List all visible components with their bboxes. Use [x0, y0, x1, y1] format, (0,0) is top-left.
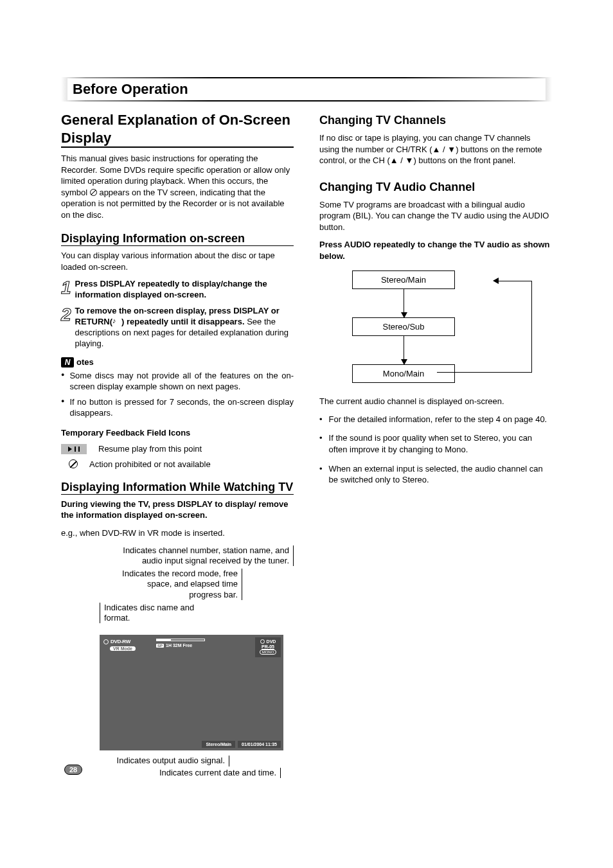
- notes-word: otes: [76, 357, 94, 367]
- subheading-display-info: Displaying Information on-screen: [61, 232, 294, 246]
- section-title: Before Operation: [67, 78, 546, 100]
- resume-play-icon: [61, 444, 87, 454]
- osd-stereo-label: Stereo/Main: [202, 741, 235, 748]
- audio-note-1: For the detailed information, refer to t…: [319, 414, 552, 425]
- changing-audio-heading: Changing TV Audio Channel: [319, 181, 552, 194]
- callout-audio-signal: Indicates output audio signal.: [80, 756, 229, 766]
- b1-text: For the detailed information, refer to t…: [329, 414, 547, 425]
- temp-feedback-heading: Temporary Feedback Field Icons: [61, 428, 294, 438]
- osd-sp-badge: SP: [156, 644, 164, 648]
- audio-note-3: When an external input is selected, the …: [319, 463, 552, 486]
- prohibited-icon: [90, 189, 97, 196]
- step-2: 2 To remove the on-screen display, press…: [61, 306, 294, 350]
- prohibited-icon-row: Action prohibited or not available: [61, 459, 294, 469]
- audio-option-1: Stereo/Main: [352, 270, 455, 289]
- step-1: 1 Press DISPLAY repeatedly to display/ch…: [61, 279, 294, 301]
- osd-pr-number: PR-05: [258, 644, 278, 649]
- prohibited-icon: [69, 459, 78, 468]
- audio-note-2: If the sound is poor quality when set to…: [319, 432, 552, 455]
- osd-tuner-info: DVD PR-05 MONO: [255, 637, 281, 657]
- arrow-down-icon: [404, 289, 404, 317]
- note-item-2: If no button is pressed for 7 seconds, t…: [61, 396, 294, 419]
- osd-record-info: SP 1H 32M Free: [156, 639, 208, 648]
- osd-screen: DVD-RW VR Mode SP 1H 32M Free: [100, 635, 283, 750]
- osd-figure: Indicates channel number, station name, …: [61, 545, 294, 778]
- osd-free-time: 1H 32M Free: [166, 643, 192, 648]
- major-heading: General Explanation of On-Screen Display: [61, 111, 294, 148]
- tv-example-label: e.g., when DVD-RW in VR mode is inserted…: [61, 527, 294, 539]
- step2-bold-b: ) repeatedly until it disappears.: [121, 317, 244, 326]
- changing-channels-body: If no disc or tape is playing, you can c…: [319, 132, 552, 166]
- page-number-badge: 28: [64, 765, 82, 775]
- osd-disc-info: DVD-RW VR Mode: [103, 639, 148, 651]
- osd-bottom-row: Stereo/Main 01/01/2004 11:35: [102, 741, 281, 748]
- osd-vr-mode: VR Mode: [110, 646, 136, 651]
- notes-icon: N: [61, 357, 74, 368]
- callout-disc-name: Indicates disc name and format.: [100, 603, 197, 624]
- audio-option-3: Mono/Main: [352, 364, 455, 383]
- step-2-text: To remove the on-screen display, press D…: [75, 306, 294, 350]
- audio-instruction: Press AUDIO repeatedly to change the TV …: [319, 239, 552, 261]
- callout-datetime: Indicates current date and time.: [116, 768, 281, 778]
- right-column: Changing TV Channels If no disc or tape …: [319, 111, 552, 778]
- note2-text: If no button is pressed for 7 seconds, t…: [69, 396, 294, 419]
- return-icon: [112, 318, 121, 324]
- subheading-tv-info: Displaying Information While Watching TV: [61, 481, 294, 495]
- notes-list: Some discs may not provide all of the fe…: [61, 370, 294, 419]
- b3-text: When an external input is selected, the …: [329, 463, 552, 486]
- resume-label: Resume play from this point: [98, 444, 202, 454]
- section-header: Before Operation: [61, 77, 552, 102]
- callout-tuner: Indicates channel number, station name, …: [103, 545, 294, 567]
- audio-option-2: Stereo/Sub: [352, 317, 455, 336]
- tv-display-bold: During viewing the TV, press DISPLAY to …: [61, 499, 294, 521]
- arrow-down-icon: [404, 336, 404, 364]
- b2-text: If the sound is poor quality when set to…: [329, 432, 552, 455]
- osd-mono-badge: MONO: [260, 650, 277, 655]
- notes-badge: N otes: [61, 357, 94, 368]
- step-number-1: 1: [61, 279, 71, 301]
- osd-datetime: 01/01/2004 11:35: [238, 741, 281, 748]
- changing-audio-body: Some TV programs are broadcast with a bi…: [319, 199, 552, 233]
- display-intro: You can display various information abou…: [61, 250, 294, 272]
- dvd-icon: [260, 639, 265, 644]
- osd-disc-type: DVD-RW: [111, 639, 130, 644]
- note1-text: Some discs may not provide all of the fe…: [69, 370, 294, 393]
- audio-displayed-note: The current audio channel is displayed o…: [319, 396, 552, 407]
- disc-icon: [103, 639, 109, 644]
- osd-dvd-label: DVD: [267, 639, 276, 644]
- intro-paragraph: This manual gives basic instructions for…: [61, 153, 294, 220]
- step-1-text: Press DISPLAY repeatedly to display/chan…: [75, 279, 294, 301]
- resume-icon-row: Resume play from this point: [61, 444, 294, 454]
- changing-channels-heading: Changing TV Channels: [319, 114, 552, 127]
- note-item-1: Some discs may not provide all of the fe…: [61, 370, 294, 393]
- osd-progress-bar: [156, 639, 205, 641]
- audio-cycle-diagram: Stereo/Main Stereo/Sub Mono/Main: [339, 270, 532, 383]
- left-column: General Explanation of On-Screen Display…: [61, 111, 294, 778]
- step-number-2: 2: [61, 306, 71, 350]
- prohibited-label: Action prohibited or not available: [89, 459, 211, 469]
- callout-record-mode: Indicates the record mode, free space, a…: [119, 569, 242, 600]
- audio-notes-list: For the detailed information, refer to t…: [319, 414, 552, 486]
